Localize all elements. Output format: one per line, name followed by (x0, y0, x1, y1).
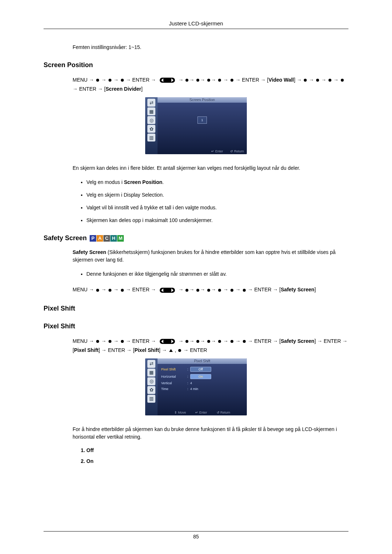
osd-sidebar: ⇄ ▦ ◎ ✿ ▥ (145, 358, 158, 415)
nav-dot-icon (207, 340, 210, 343)
osd-icon-setup: ✿ (147, 386, 155, 394)
nav-dot-icon (109, 79, 111, 82)
nav-dot-icon (328, 79, 331, 82)
nav-dot-icon (109, 340, 111, 343)
list-item: Valget vil bli innstilt ved å trykke et … (86, 204, 348, 212)
remote-nav-icon (160, 339, 175, 344)
nav-dot-icon (341, 79, 344, 82)
nav-enter: ENTER (132, 287, 149, 292)
nav-dot-icon (196, 289, 199, 292)
nav-dot-icon (207, 79, 210, 82)
osd-pixel-shift: ⇄ ▦ ◎ ✿ ▥ Pixel Shift Pixel Shift : Off … (145, 358, 247, 415)
nav-sequence-2: MENU → → → → ENTER → → → → → → → → ENTER… (73, 285, 348, 294)
nav-enter: ENTER (254, 338, 271, 344)
nav-dot-icon (121, 289, 124, 292)
nav-dot-icon (230, 79, 233, 82)
nav-sequence-1: MENU → → → → ENTER → → → → → → → ENTER →… (73, 75, 348, 94)
nav-enter: ENTER (242, 77, 259, 83)
nav-dot-icon (207, 289, 210, 292)
nav-dot-icon (96, 289, 99, 292)
nav-dot-icon (196, 79, 199, 82)
nav-enter: ENTER (324, 338, 341, 344)
osd-row-vertical: Vertical : 4 (161, 381, 243, 385)
nav-enter: ENTER (132, 77, 149, 83)
osd-footer-enter: ↵ Enter (195, 411, 207, 414)
section1-paragraph: En skjerm kan deles inn i flere bilder. … (73, 164, 348, 172)
badge-p: P (90, 235, 96, 242)
nav-dot-icon (96, 79, 99, 82)
nav-menu: MENU (73, 77, 87, 83)
nav-dot-icon (218, 79, 221, 82)
nav-dot-icon (243, 289, 246, 292)
section-title: Pixel Shift (44, 323, 75, 330)
nav-dot-icon (230, 289, 233, 292)
nav-sequence-3: MENU → → → → ENTER → → → → → → → → ENTER… (73, 337, 348, 355)
nav-target-safetyscreen: Safety Screen (281, 287, 315, 292)
list-item: Off (86, 447, 348, 453)
osd-icon-multi: ▥ (147, 134, 155, 141)
page-number: 85 (44, 531, 348, 539)
osd-footer-enter: ↵ Enter (211, 149, 223, 153)
nav-enter: ENTER (79, 86, 96, 92)
nav-dot-icon (196, 340, 199, 343)
section-title: Screen Position (44, 61, 93, 69)
section-title: Safety Screen (44, 234, 87, 242)
section1-bullets: Velg en modus i Screen Position. Velg en… (76, 178, 348, 224)
mode-badges: P A C H M (90, 235, 124, 242)
osd-icon-input: ⇄ (147, 99, 155, 107)
remote-nav-icon (160, 288, 175, 293)
nav-menu: MENU (73, 287, 87, 292)
badge-h: H (110, 235, 117, 242)
osd-footer-move: ⇕ Move (174, 411, 186, 414)
nav-dot-icon (109, 289, 111, 292)
osd-title: Pixel Shift (158, 358, 247, 364)
list-item: Denne funksjonen er ikke tilgjengelig nå… (86, 270, 348, 278)
osd-row-pixel-shift: Pixel Shift : Off (161, 367, 243, 372)
nav-target-videowall: Video Wall (269, 77, 294, 83)
badge-a: A (97, 235, 103, 242)
nav-dot-icon (121, 79, 124, 82)
nav-dot-icon (185, 289, 188, 292)
page-header: Justere LCD-skjermen (44, 20, 348, 29)
nav-dot-icon (218, 340, 221, 343)
osd-main: Screen Position 1 ↵ Enter ↺ Return (158, 97, 247, 154)
list-item: Velg en skjerm i Display Selection. (86, 191, 348, 199)
section-safety-screen: Safety Screen P A C H M (44, 234, 348, 242)
nav-dot-icon (178, 349, 181, 352)
osd-icon-sound: ◎ (147, 116, 155, 124)
osd-content: Pixel Shift : Off Horizontal : On Vertic… (158, 364, 247, 410)
osd-content: 1 (158, 103, 247, 148)
nav-dot-icon (185, 340, 188, 343)
nav-target-pixelshift: Pixel Shift (74, 347, 99, 353)
section-pixel-shift-2: Pixel Shift (44, 323, 348, 330)
osd-icon-input: ⇄ (147, 360, 155, 368)
nav-dot-icon (243, 340, 246, 343)
osd-title: Screen Position (158, 97, 247, 103)
intro-text: Femten instillingsnivåer: 1~15. (73, 44, 348, 51)
nav-enter: ENTER (132, 338, 149, 344)
nav-enter: ENTER (108, 347, 125, 353)
section-title: Pixel Shift (44, 305, 75, 312)
osd-main: Pixel Shift Pixel Shift : Off Horizontal… (158, 358, 247, 415)
nav-dot-icon (96, 340, 99, 343)
nav-dot-icon (304, 79, 307, 82)
osd-screen-cell: 1 (197, 116, 207, 124)
osd-row-time: Time : 4 min (161, 387, 243, 391)
section3-list: Off On (76, 447, 348, 464)
nav-dot-icon (230, 340, 233, 343)
remote-nav-icon (160, 78, 175, 83)
nav-enter: ENTER (254, 287, 271, 292)
osd-footer: ⇕ Move ↵ Enter ↺ Return (158, 410, 247, 415)
nav-enter: ENTER (190, 347, 207, 353)
osd-option-off: Off (190, 367, 211, 372)
nav-menu: MENU (73, 338, 87, 344)
nav-dot-icon (121, 340, 124, 343)
osd-row-horizontal: Horizontal : On (161, 374, 243, 379)
list-item: On (86, 458, 348, 464)
osd-icon-picture: ▦ (147, 369, 155, 377)
section2-bullets: Denne funksjonen er ikke tilgjengelig nå… (76, 270, 348, 278)
section3-paragraph: For å hindre etterbilder på skjermen kan… (73, 426, 348, 441)
osd-icon-setup: ✿ (147, 125, 155, 133)
nav-target-safetyscreen: Safety Screen (281, 338, 315, 344)
list-item: Skjermen kan deles opp i maksimalt 100 u… (86, 217, 348, 224)
